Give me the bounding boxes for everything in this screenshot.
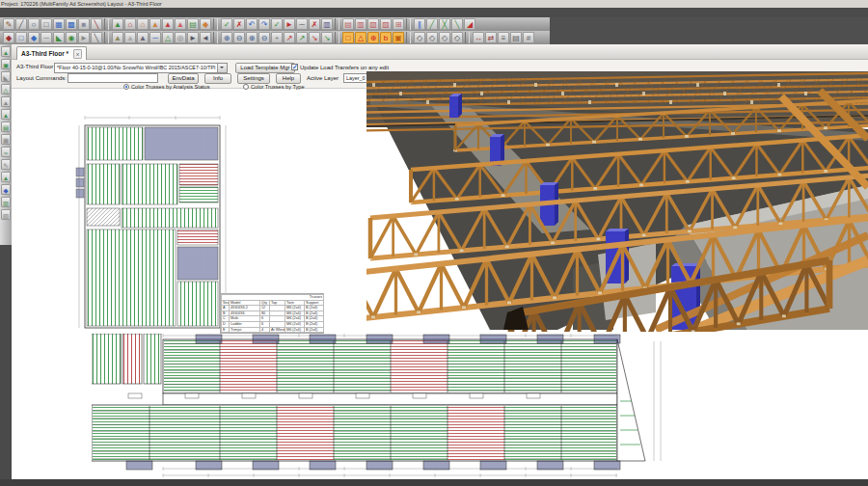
toolbar-icon[interactable]: ╳ [439,18,450,30]
floor-plan-building[interactable] [92,334,665,479]
tab-close-button[interactable]: x [73,49,82,59]
3d-viewport[interactable] [366,71,868,332]
toolbar-icon[interactable]: ► [78,32,90,43]
toolbar-icon[interactable]: ⊖ [258,32,270,43]
tool-rail-icon[interactable]: △ [1,84,11,94]
toolbar-icon[interactable]: # [523,32,534,43]
toolbar-icon[interactable]: △ [162,32,174,43]
toolbar-icon[interactable]: ✗ [309,18,320,30]
dropdown-arrow-icon[interactable] [217,64,227,72]
toolbar-icon[interactable]: ╲ [91,32,102,43]
tool-rail-icon[interactable]: ▲ [1,172,11,182]
toolbar-icon[interactable]: ─ [296,18,308,30]
tab-a3-third-floor[interactable]: A3-Third Floor *x [16,46,87,61]
toolbar-icon[interactable]: ◆ [28,32,40,43]
radio-unselected-icon[interactable] [243,84,249,90]
tool-rail-icon[interactable]: ▧ [1,209,11,220]
toolbar-icon[interactable]: ⊕ [246,32,258,43]
toolbar-icon[interactable]: □ [41,18,52,30]
toolbar-icon[interactable]: ╱ [426,18,438,30]
toolbar-icon[interactable]: ↗ [284,32,295,43]
toolbar-icon[interactable]: ○ [28,18,40,30]
tool-rail-icon[interactable]: ▲ [1,109,11,120]
markup-rectangle-icon[interactable]: □ [342,32,354,43]
toolbar-icon[interactable]: ▥ [321,18,333,30]
tool-rail-icon[interactable]: ▣ [1,59,11,69]
toolbar-icon[interactable]: ◇ [414,32,425,43]
floor-plan-wing[interactable] [75,114,230,333]
radio-color-by-analysis-status[interactable]: Color Trusses by Analysis Status [123,83,209,90]
tool-rail-icon[interactable]: ▥ [1,197,11,207]
tool-rail-icon[interactable]: ◆ [1,184,11,195]
toolbar-icon[interactable]: ↘ [309,32,320,43]
toolbar-icon[interactable]: ◣ [53,32,65,43]
toolbar-icon[interactable]: ◆ [3,32,14,43]
toolbar-icon[interactable]: ▲ [175,18,186,30]
toolbar-icon[interactable]: ▥ [355,18,366,30]
load-case-combobox[interactable]: *Floor 40-15-0-10@1.00/No Snow/No Wind/I… [54,63,228,73]
toolbar-icon[interactable]: ▤ [342,18,354,30]
toolbar-icon[interactable]: ▲ [112,18,123,30]
toolbar-icon[interactable]: ► [187,32,199,43]
markup-stamp-icon[interactable]: ▣ [393,32,404,43]
toolbar-icon[interactable]: ╲ [91,18,102,30]
toolbar-icon[interactable]: ▤ [187,18,199,30]
load-template-mgr-button[interactable]: Load Template Mgr [235,63,295,73]
checkbox-checked-icon[interactable] [291,64,298,70]
toolbar-icon[interactable]: ◢ [464,18,475,30]
toolbar-icon[interactable]: + [271,32,283,43]
toolbar-icon[interactable]: ✎ [3,18,14,30]
toolbar-icon[interactable]: ↶ [246,18,258,30]
tool-rail-icon[interactable]: ✎ [1,159,11,170]
tool-rail-icon[interactable]: ▲ [1,46,11,57]
update-load-transfers-checkbox[interactable]: Update Load Transfers on any edit [291,63,389,71]
toolbar-icon[interactable]: ⌂ [137,18,149,30]
toolbar-icon[interactable]: ▤ [510,32,522,43]
toolbar-icon[interactable]: ⊕ [221,32,232,43]
toolbar-icon[interactable]: ↷ [258,18,270,30]
toolbar-icon[interactable]: ✗ [233,18,245,30]
toolbar-icon[interactable]: ▲ [112,32,123,43]
toolbar-icon[interactable]: ◉ [66,32,77,43]
toolbar-icon[interactable]: ─ [41,32,52,43]
toolbar-icon[interactable]: ⊞ [393,18,404,30]
toolbar-icon[interactable]: ⊖ [233,32,245,43]
toolbar-icon[interactable]: ⌂ [124,18,136,30]
toolbar-icon[interactable]: ∥ [414,18,425,30]
toolbar-icon[interactable]: ▦ [53,18,65,30]
toolbar-icon[interactable]: ▨ [380,18,392,30]
toolbar-icon[interactable]: ⇄ [485,32,497,43]
tool-rail-icon[interactable]: ▦ [1,134,11,145]
tool-rail-icon[interactable]: ◣ [1,71,11,82]
markup-text-icon[interactable]: b [380,32,392,43]
toolbar-icon[interactable]: ◆ [200,18,211,30]
toolbar-icon[interactable]: ✓ [271,18,283,30]
toolbar-icon[interactable]: ▲ [124,32,136,43]
toolbar-icon[interactable]: ≡ [498,32,509,43]
toolbar-icon[interactable]: ─ [149,32,161,43]
toolbar-icon[interactable]: ▩ [66,18,77,30]
toolbar-icon[interactable]: □ [15,32,27,43]
toolbar-icon[interactable]: ▲ [162,18,174,30]
toolbar-icon[interactable]: ↘ [321,32,333,43]
toolbar-icon[interactable]: ▲ [149,18,161,30]
toolbar-icon[interactable]: ◇ [439,32,450,43]
toolbar-icon[interactable]: ▧ [367,18,379,30]
toolbar-icon[interactable]: ◇ [426,32,438,43]
table-row[interactable]: ETrimjst4At Wknd (1)M6 (2x4)B (2x4) [222,327,324,333]
toolbar-icon[interactable]: ► [284,18,295,30]
radio-color-by-type[interactable]: Color Trusses by Type [243,83,305,90]
toolbar-icon[interactable]: ◄ [200,32,211,43]
tool-rail-icon[interactable]: ▤ [1,122,11,132]
toolbar-icon[interactable]: ╱ [15,18,27,30]
toolbar-icon[interactable]: ◇ [451,32,463,43]
toolbar-icon[interactable]: ▲ [137,32,149,43]
toolbar-icon[interactable]: ╲ [451,18,463,30]
toolbar-icon[interactable]: ↗ [296,32,308,43]
toolbar-icon[interactable]: ■ [78,18,90,30]
toolbar-icon[interactable]: ✓ [221,18,232,30]
tool-rail-icon[interactable]: ▲ [1,96,11,107]
markup-circle-icon[interactable]: ⊕ [367,32,379,43]
markup-triangle-icon[interactable]: △ [355,32,366,43]
layout-commands-input[interactable] [68,73,158,83]
